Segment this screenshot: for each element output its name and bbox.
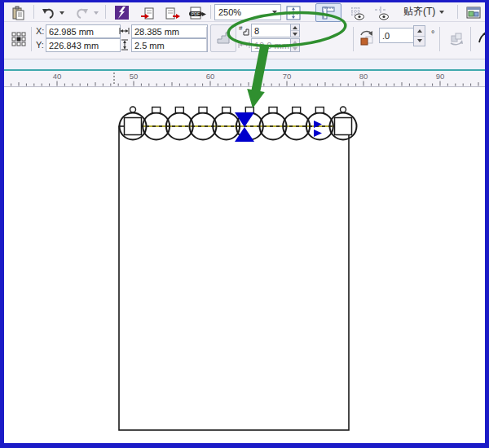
ornament-hanger xyxy=(199,108,207,113)
ornament-hanger xyxy=(222,108,231,113)
ornament-hanger xyxy=(130,107,136,112)
ornament-hanger xyxy=(341,107,346,112)
ornament-hanger xyxy=(245,108,253,113)
blend-acceleration-handle[interactable] xyxy=(314,130,322,137)
ornament-hanger xyxy=(175,108,183,113)
control-object-handle[interactable] xyxy=(335,118,352,135)
ornament-hanger xyxy=(293,108,301,113)
ornament-hanger xyxy=(152,108,161,113)
ornament-hanger xyxy=(269,108,277,113)
page-rectangle[interactable] xyxy=(119,126,349,430)
ornament-hanger xyxy=(315,108,324,113)
drawing-layer[interactable] xyxy=(4,2,485,443)
control-object-handle[interactable] xyxy=(125,118,142,135)
app-area: PDF 250% xyxy=(4,2,485,443)
application-window: PDF 250% xyxy=(0,0,489,448)
